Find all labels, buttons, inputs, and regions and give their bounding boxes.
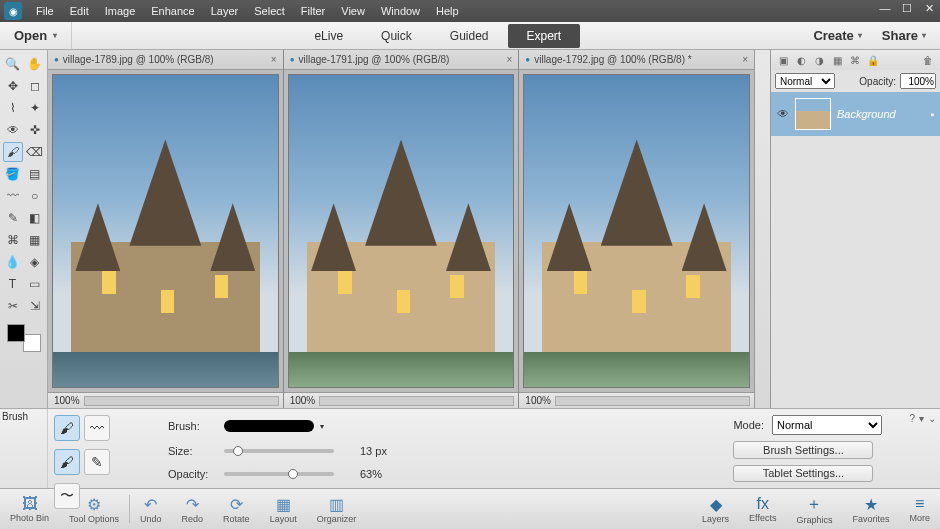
- visibility-icon[interactable]: 👁: [777, 107, 789, 121]
- trash-icon[interactable]: 🗑: [920, 52, 936, 68]
- zoom-icon[interactable]: 🔍: [3, 54, 23, 74]
- brush-tool-button[interactable]: 🖌: [54, 415, 80, 441]
- menu-select[interactable]: Select: [246, 5, 293, 17]
- size-label: Size:: [168, 445, 218, 457]
- taskbar-more[interactable]: ≡More: [899, 489, 940, 529]
- tablet-settings-button[interactable]: Tablet Settings...: [733, 465, 873, 483]
- pencil-variant-button[interactable]: ✎: [84, 449, 110, 475]
- taskbar-favorites[interactable]: ★Favorites: [842, 489, 899, 529]
- mode-expert[interactable]: Expert: [508, 24, 581, 48]
- menu-layer[interactable]: Layer: [203, 5, 247, 17]
- group-icon[interactable]: ▦: [829, 52, 845, 68]
- taskbar-tool-options[interactable]: ⚙Tool Options: [59, 489, 129, 529]
- menu-view[interactable]: View: [333, 5, 373, 17]
- menu-help[interactable]: Help: [428, 5, 467, 17]
- organizer-icon: ▥: [329, 495, 344, 514]
- taskbar-redo[interactable]: ↷Redo: [172, 489, 214, 529]
- type-icon[interactable]: T: [3, 274, 23, 294]
- move-icon[interactable]: ✥: [3, 76, 23, 96]
- mode-guided[interactable]: Guided: [431, 24, 508, 48]
- taskbar-rotate[interactable]: ⟳Rotate: [213, 489, 260, 529]
- link-icon[interactable]: ⌘: [847, 52, 863, 68]
- recompose-icon[interactable]: ⇲: [25, 296, 45, 316]
- redeye-icon[interactable]: 👁: [3, 120, 23, 140]
- marquee-icon[interactable]: ◻: [25, 76, 45, 96]
- maximize-button[interactable]: ☐: [896, 2, 918, 20]
- bucket-icon[interactable]: 🪣: [3, 164, 23, 184]
- eyedrop-icon[interactable]: 💧: [3, 252, 23, 272]
- canvas[interactable]: [52, 74, 279, 388]
- close-icon[interactable]: ×: [271, 54, 277, 65]
- gradient-icon[interactable]: ▤: [25, 164, 45, 184]
- rotate-icon: ⟳: [230, 495, 243, 514]
- redo-icon: ↷: [186, 495, 199, 514]
- impressionist-brush-button[interactable]: 〰: [84, 415, 110, 441]
- open-menu[interactable]: Open: [0, 22, 72, 49]
- menu-window[interactable]: Window: [373, 5, 428, 17]
- eraser2-icon[interactable]: ◧: [25, 208, 45, 228]
- sponge-icon[interactable]: ○: [25, 186, 45, 206]
- mode-quick[interactable]: Quick: [362, 24, 431, 48]
- blend-mode-select[interactable]: Normal: [775, 73, 835, 89]
- close-icon[interactable]: ×: [742, 54, 748, 65]
- opacity-slider[interactable]: [224, 472, 334, 476]
- layer-opacity-input[interactable]: [900, 73, 936, 89]
- menu-filter[interactable]: Filter: [293, 5, 333, 17]
- shape-icon[interactable]: ▭: [25, 274, 45, 294]
- vertical-scrollbar[interactable]: [754, 50, 770, 408]
- crop-icon[interactable]: ✂: [3, 296, 23, 316]
- brush-mode-select[interactable]: Normal: [772, 415, 882, 435]
- help-icon[interactable]: ?: [909, 413, 915, 424]
- layer-lock-icon[interactable]: ▪: [930, 109, 934, 120]
- taskbar-graphics[interactable]: ＋Graphics: [786, 489, 842, 529]
- canvas[interactable]: [523, 74, 750, 388]
- create-menu[interactable]: Create: [803, 22, 871, 50]
- taskbar-undo[interactable]: ↶Undo: [130, 489, 172, 529]
- spot-heal-icon[interactable]: ✜: [25, 120, 45, 140]
- brush-settings-button[interactable]: Brush Settings...: [733, 441, 873, 459]
- menu-edit[interactable]: Edit: [62, 5, 97, 17]
- clone-icon[interactable]: ⌘: [3, 230, 23, 250]
- share-menu[interactable]: Share: [872, 22, 936, 50]
- horizontal-scrollbar[interactable]: [84, 396, 279, 406]
- horizontal-scrollbar[interactable]: [319, 396, 514, 406]
- menu-file[interactable]: File: [28, 5, 62, 17]
- taskbar-effects[interactable]: fxEffects: [739, 489, 786, 529]
- adjustment-icon[interactable]: ◑: [811, 52, 827, 68]
- brush-preset-picker[interactable]: ▾: [224, 417, 354, 435]
- collapse-icon[interactable]: ⌄: [928, 413, 936, 424]
- document-tab[interactable]: ●village-1789.jpg @ 100% (RGB/8)×: [48, 50, 283, 70]
- pattern-icon[interactable]: ▦: [25, 230, 45, 250]
- layer-mask-icon[interactable]: ◐: [793, 52, 809, 68]
- lock-icon[interactable]: 🔒: [865, 52, 881, 68]
- color-swatches[interactable]: [7, 324, 41, 352]
- quick-select-icon[interactable]: ✦: [25, 98, 45, 118]
- close-icon[interactable]: ×: [507, 54, 513, 65]
- mode-elive[interactable]: eLive: [295, 24, 362, 48]
- eraser-icon[interactable]: ⌫: [25, 142, 45, 162]
- brush-icon[interactable]: 🖌: [3, 142, 23, 162]
- taskbar-photo-bin[interactable]: 🖼Photo Bin: [0, 489, 59, 529]
- taskbar-organizer[interactable]: ▥Organizer: [307, 489, 367, 529]
- close-button[interactable]: ✕: [918, 2, 940, 20]
- hand-icon[interactable]: ✋: [25, 54, 45, 74]
- menu-enhance[interactable]: Enhance: [143, 5, 202, 17]
- minimize-button[interactable]: —: [874, 2, 896, 20]
- brush-variant-button[interactable]: 🖌: [54, 449, 80, 475]
- horizontal-scrollbar[interactable]: [555, 396, 750, 406]
- document-tab[interactable]: ●village-1791.jpg @ 100% (RGB/8)×: [284, 50, 519, 70]
- size-slider[interactable]: [224, 449, 334, 453]
- menu-image[interactable]: Image: [97, 5, 144, 17]
- taskbar-layers[interactable]: ◆Layers: [692, 489, 739, 529]
- pencil-icon[interactable]: ✎: [3, 208, 23, 228]
- options-menu-icon[interactable]: ▾: [919, 413, 924, 424]
- canvas[interactable]: [288, 74, 515, 388]
- mode-label: Mode:: [733, 419, 764, 431]
- taskbar-layout[interactable]: ▦Layout: [260, 489, 307, 529]
- lasso-icon[interactable]: ⌇: [3, 98, 23, 118]
- new-layer-icon[interactable]: ▣: [775, 52, 791, 68]
- document-tab[interactable]: ●village-1792.jpg @ 100% (RGB/8) *×: [519, 50, 754, 70]
- smudge-icon[interactable]: 〰: [3, 186, 23, 206]
- layer-row-background[interactable]: 👁 Background ▪: [771, 92, 940, 136]
- custom-icon[interactable]: ◈: [25, 252, 45, 272]
